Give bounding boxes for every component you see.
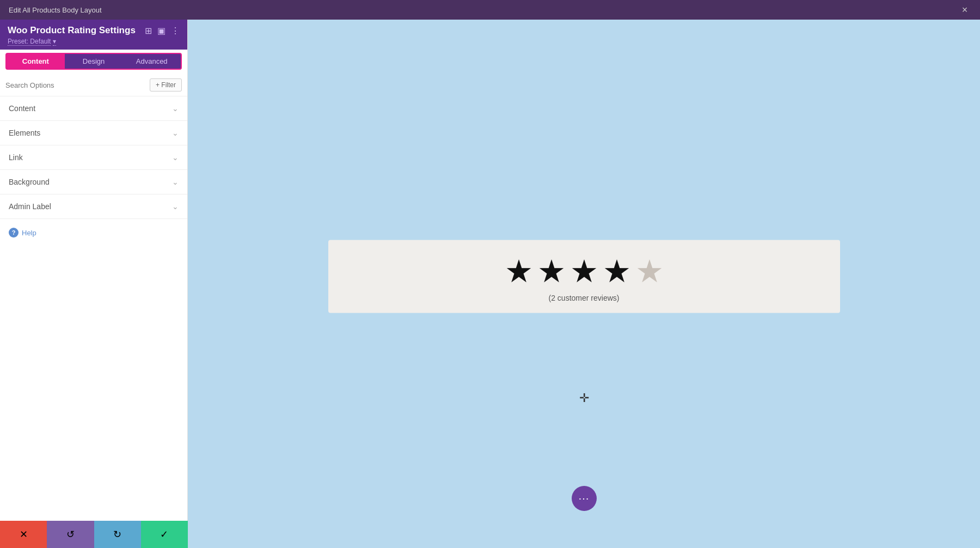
chevron-down-icon: ⌄ [172,104,179,113]
tab-content[interactable]: Content [7,54,65,69]
save-icon: ✓ [160,528,168,540]
accordion-header-content[interactable]: Content ⌄ [0,96,187,120]
move-cursor-icon[interactable]: ✛ [579,391,589,405]
fab-button[interactable]: ⋯ [572,486,597,511]
close-button[interactable]: × [958,3,971,16]
star-5: ★ [635,255,664,287]
tab-design[interactable]: Design [65,54,123,69]
main-area: ★ ★ ★ ★ ★ (2 customer reviews) ✛ ⋯ [188,20,980,548]
top-bar-title: Edit All Products Body Layout [9,6,102,14]
section-elements-label: Elements [9,129,40,137]
chevron-down-icon: ⌄ [172,178,179,186]
accordion-content: Content ⌄ [0,96,187,121]
star-2: ★ [537,255,566,287]
sidebar-title-row: Woo Product Rating Settings ⊞ ▣ ⋮ [8,25,180,36]
accordion-admin-label: Admin Label ⌄ [0,194,187,219]
accordion-header-background[interactable]: Background ⌄ [0,170,187,194]
star-3: ★ [570,255,598,287]
cancel-icon: ✕ [20,528,28,540]
tabs-container: Content Design Advanced [5,53,182,70]
undo-button[interactable]: ↺ [47,521,94,548]
columns-icon[interactable]: ▣ [157,26,166,36]
reviews-text: (2 customer reviews) [549,294,620,302]
star-4: ★ [603,255,631,287]
star-1: ★ [505,255,533,287]
chevron-down-icon: ⌄ [172,153,179,162]
help-icon: ? [9,228,19,238]
help-button[interactable]: ? Help [0,219,187,246]
preset-label: Preset: Default [8,38,51,46]
sidebar-title: Woo Product Rating Settings [8,25,136,36]
undo-icon: ↺ [66,528,75,540]
accordion-elements: Elements ⌄ [0,121,187,145]
save-button[interactable]: ✓ [141,521,188,548]
filter-button[interactable]: + Filter [150,78,182,92]
sidebar: Woo Product Rating Settings ⊞ ▣ ⋮ Preset… [0,20,188,548]
rating-widget: ★ ★ ★ ★ ★ (2 customer reviews) [328,240,840,313]
more-icon[interactable]: ⋮ [171,26,180,36]
redo-button[interactable]: ↻ [94,521,141,548]
sidebar-header: Woo Product Rating Settings ⊞ ▣ ⋮ Preset… [0,20,187,50]
sidebar-icons: ⊞ ▣ ⋮ [145,26,180,36]
chevron-down-icon: ⌄ [172,202,179,211]
accordion-header-elements[interactable]: Elements ⌄ [0,121,187,145]
accordion-link: Link ⌄ [0,145,187,170]
section-link-label: Link [9,153,23,162]
grid-icon[interactable]: ⊞ [145,26,152,36]
stars-row: ★ ★ ★ ★ ★ [505,255,664,287]
cancel-button[interactable]: ✕ [0,521,47,548]
chevron-down-icon: ⌄ [172,129,179,137]
accordion-header-link[interactable]: Link ⌄ [0,145,187,169]
accordion-header-admin-label[interactable]: Admin Label ⌄ [0,194,187,218]
preset-arrow: ▾ [53,38,56,46]
help-label: Help [22,229,36,237]
top-bar: Edit All Products Body Layout × [0,0,980,20]
bottom-bar: ✕ ↺ ↻ ✓ [0,521,188,548]
section-background-label: Background [9,178,50,186]
fab-icon: ⋯ [578,492,590,505]
section-admin-label: Admin Label [9,202,51,211]
search-input[interactable] [5,81,146,89]
tab-advanced[interactable]: Advanced [122,54,181,69]
section-content-label: Content [9,104,35,113]
search-row: + Filter [0,74,187,96]
accordion-background: Background ⌄ [0,170,187,194]
sidebar-preset[interactable]: Preset: Default ▾ [8,38,180,45]
redo-icon: ↻ [113,528,121,540]
